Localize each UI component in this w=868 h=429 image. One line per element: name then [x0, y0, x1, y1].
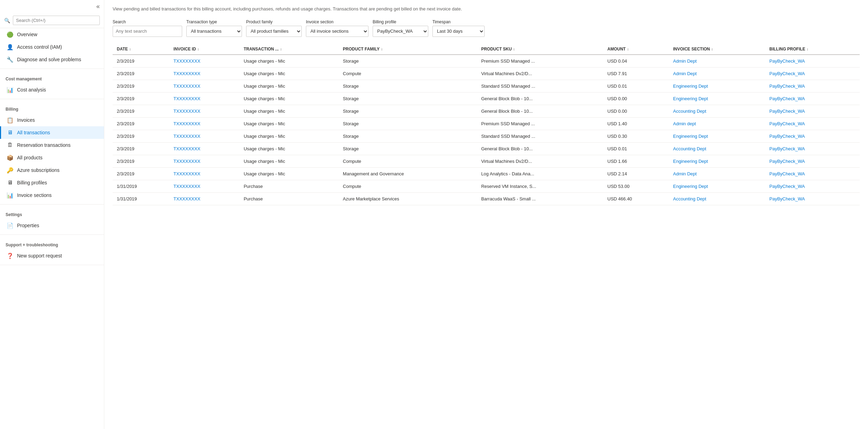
search-input[interactable] — [113, 26, 182, 37]
col-header-billing_profile[interactable]: BILLING PROFILE↕ — [765, 44, 860, 55]
billing_profile-link[interactable]: PayByCheck_WA — [769, 184, 805, 189]
sidebar-item-all-transactions[interactable]: 🖥All transactions — [0, 126, 104, 139]
sidebar-item-cost-analysis[interactable]: 📊Cost analysis — [0, 84, 104, 96]
col-header-invoice_section[interactable]: INVOICE SECTION↕ — [669, 44, 765, 55]
col-header-product_sku[interactable]: PRODUCT SKU↕ — [477, 44, 603, 55]
product-family-select[interactable]: All product familiesComputeStorageNetwor… — [246, 26, 302, 37]
billing_profile-link[interactable]: PayByCheck_WA — [769, 96, 805, 101]
table-row: 2/3/2019TXXXXXXXXUsage charges - MicStor… — [113, 92, 860, 105]
collapse-button[interactable]: « — [0, 0, 104, 13]
table-row: 2/3/2019TXXXXXXXXUsage charges - MicStor… — [113, 130, 860, 142]
billing_profile-link[interactable]: PayByCheck_WA — [769, 121, 805, 126]
timespan-select[interactable]: Last 30 daysLast 60 daysLast 90 daysCust… — [432, 26, 485, 37]
sidebar-item-label: Reservation transactions — [17, 142, 71, 148]
invoice_section-link[interactable]: Admin Dept — [673, 171, 697, 176]
invoice_id-link[interactable]: TXXXXXXXX — [173, 58, 200, 64]
cell-amount: USD 0.01 — [603, 142, 669, 155]
cell-transaction: Usage charges - Mic — [240, 117, 339, 130]
sort-icon: ↕ — [381, 47, 383, 51]
cell-product_family: Storage — [339, 105, 477, 117]
table-row: 2/3/2019TXXXXXXXXUsage charges - MicMana… — [113, 167, 860, 180]
sidebar-item-access-control[interactable]: 👤Access control (IAM) — [0, 41, 104, 53]
invoice_section-link[interactable]: Accounting Dept — [673, 146, 706, 151]
invoice_section-link[interactable]: Engineering Dept — [673, 84, 708, 89]
sidebar-search-input[interactable] — [13, 16, 100, 25]
invoice_section-link[interactable]: Admin dept — [673, 121, 696, 126]
cell-product_sku: General Block Blob - 10... — [477, 92, 603, 105]
cell-product_family: Management and Governance — [339, 167, 477, 180]
sidebar-item-invoices[interactable]: 📋Invoices — [0, 114, 104, 126]
billing_profile-link[interactable]: PayByCheck_WA — [769, 196, 805, 201]
cell-product_sku: General Block Blob - 10... — [477, 105, 603, 117]
sidebar-section-label: Cost management — [0, 72, 104, 84]
invoice_id-link[interactable]: TXXXXXXXX — [173, 146, 200, 151]
cell-transaction: Usage charges - Mic — [240, 92, 339, 105]
billing_profile-link[interactable]: PayByCheck_WA — [769, 109, 805, 114]
sidebar-item-label: Billing profiles — [17, 180, 47, 185]
invoice_id-link[interactable]: TXXXXXXXX — [173, 159, 200, 164]
cell-billing_profile: PayByCheck_WA — [765, 105, 860, 117]
col-header-invoice_id[interactable]: INVOICE ID↕ — [169, 44, 240, 55]
invoice_section-link[interactable]: Engineering Dept — [673, 184, 708, 189]
cell-product_family: Compute — [339, 155, 477, 167]
invoice_section-link[interactable]: Engineering Dept — [673, 96, 708, 101]
cost-analysis-icon: 📊 — [7, 86, 14, 93]
sidebar-item-new-support-request[interactable]: ❓New support request — [0, 249, 104, 262]
sidebar-item-overview[interactable]: 🟢Overview — [0, 28, 104, 41]
sidebar-item-azure-subscriptions[interactable]: 🔑Azure subscriptions — [0, 164, 104, 176]
cell-product_sku: Reserved VM Instance, S... — [477, 180, 603, 192]
cell-date: 2/3/2019 — [113, 155, 169, 167]
col-header-transaction[interactable]: TRANSACTION ...↕ — [240, 44, 339, 55]
billing_profile-link[interactable]: PayByCheck_WA — [769, 159, 805, 164]
billing_profile-link[interactable]: PayByCheck_WA — [769, 171, 805, 176]
sidebar-search-container: 🔍 — [0, 13, 104, 28]
cell-date: 2/3/2019 — [113, 142, 169, 155]
cell-transaction: Usage charges - Mic — [240, 142, 339, 155]
sidebar-item-all-products[interactable]: 📦All products — [0, 151, 104, 164]
overview-icon: 🟢 — [7, 31, 14, 38]
invoice_section-link[interactable]: Accounting Dept — [673, 196, 706, 201]
invoice_id-link[interactable]: TXXXXXXXX — [173, 71, 200, 76]
invoice-section-select[interactable]: All invoice sectionsAdmin DeptEngineerin… — [306, 26, 368, 37]
sidebar-item-diagnose[interactable]: 🔧Diagnose and solve problems — [0, 53, 104, 66]
invoice_section-link[interactable]: Engineering Dept — [673, 159, 708, 164]
transactions-table: DATE↕INVOICE ID↕TRANSACTION ...↕PRODUCT … — [113, 44, 860, 205]
col-header-amount[interactable]: AMOUNT↕ — [603, 44, 669, 55]
cell-date: 2/3/2019 — [113, 130, 169, 142]
invoice_section-link[interactable]: Engineering Dept — [673, 134, 708, 139]
page-description: View pending and billed transactions for… — [113, 6, 860, 13]
invoice_section-link[interactable]: Admin Dept — [673, 58, 697, 64]
billing-profile-select[interactable]: PayByCheck_WA — [373, 26, 428, 37]
sidebar-item-invoice-sections[interactable]: 📊Invoice sections — [0, 189, 104, 201]
invoice_id-link[interactable]: TXXXXXXXX — [173, 196, 200, 201]
cell-product_family: Storage — [339, 92, 477, 105]
invoice_id-link[interactable]: TXXXXXXXX — [173, 96, 200, 101]
sidebar-item-reservation-transactions[interactable]: 🗓Reservation transactions — [0, 139, 104, 151]
sidebar-item-properties[interactable]: 📄Properties — [0, 219, 104, 232]
sidebar-item-label: Overview — [17, 32, 37, 37]
invoice_id-link[interactable]: TXXXXXXXX — [173, 184, 200, 189]
product-family-label: Product family — [246, 19, 302, 24]
cell-product_family: Storage — [339, 142, 477, 155]
invoice_id-link[interactable]: TXXXXXXXX — [173, 109, 200, 114]
sidebar-item-billing-profiles[interactable]: 🖥Billing profiles — [0, 176, 104, 189]
invoice_section-link[interactable]: Admin Dept — [673, 71, 697, 76]
invoice_id-link[interactable]: TXXXXXXXX — [173, 171, 200, 176]
billing_profile-link[interactable]: PayByCheck_WA — [769, 84, 805, 89]
invoices-icon: 📋 — [7, 117, 14, 124]
col-header-date[interactable]: DATE↕ — [113, 44, 169, 55]
cell-invoice_section: Admin Dept — [669, 67, 765, 80]
billing_profile-link[interactable]: PayByCheck_WA — [769, 134, 805, 139]
col-header-product_family[interactable]: PRODUCT FAMILY↕ — [339, 44, 477, 55]
invoice_section-link[interactable]: Accounting Dept — [673, 109, 706, 114]
invoice_id-link[interactable]: TXXXXXXXX — [173, 134, 200, 139]
invoice_id-link[interactable]: TXXXXXXXX — [173, 84, 200, 89]
invoice_id-link[interactable]: TXXXXXXXX — [173, 121, 200, 126]
cell-amount: USD 1.40 — [603, 117, 669, 130]
billing_profile-link[interactable]: PayByCheck_WA — [769, 71, 805, 76]
transaction-type-select[interactable]: All transactionsPurchaseUsage chargesRef… — [186, 26, 242, 37]
billing_profile-link[interactable]: PayByCheck_WA — [769, 58, 805, 64]
billing_profile-link[interactable]: PayByCheck_WA — [769, 146, 805, 151]
cell-product_sku: General Block Blob - 10... — [477, 142, 603, 155]
cell-billing_profile: PayByCheck_WA — [765, 167, 860, 180]
